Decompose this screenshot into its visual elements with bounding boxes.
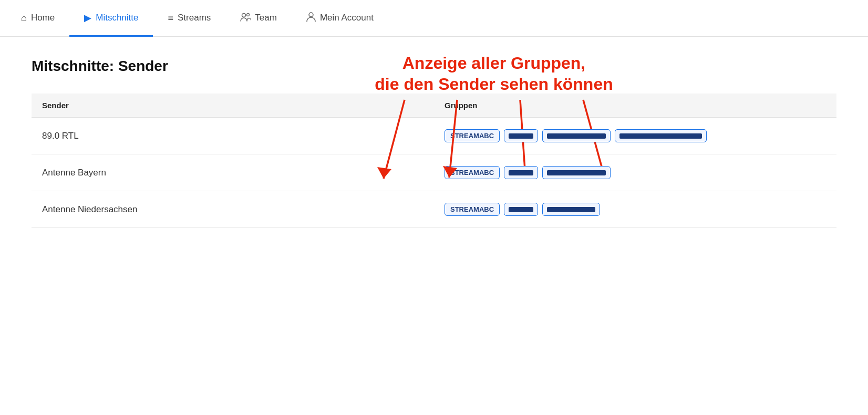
page-title: Mitschnitte: Sender <box>32 58 836 75</box>
sender-cell: Antenne Niedersachsen <box>32 191 434 228</box>
group-badges: STREAMABC <box>445 203 826 216</box>
table-row: 89.0 RTLSTREAMABC <box>32 118 836 154</box>
nav-mitschnitte-label: Mitschnitte <box>96 13 138 23</box>
nav-home[interactable]: ⌂ Home <box>21 1 69 37</box>
table-header-row: Sender Gruppen <box>32 94 836 118</box>
gruppen-cell: STREAMABC <box>434 191 836 228</box>
nav-team-label: Team <box>255 13 277 23</box>
group-badge-redacted-7[interactable] <box>542 203 600 216</box>
sender-cell: Antenne Bayern <box>32 154 434 191</box>
nav-home-label: Home <box>31 13 55 23</box>
svg-point-2 <box>309 13 313 17</box>
play-icon: ▶ <box>84 12 91 24</box>
home-icon: ⌂ <box>21 13 27 24</box>
group-badge-streamabc-3[interactable]: STREAMABC <box>445 203 500 216</box>
group-badge-redacted-4[interactable] <box>504 166 538 179</box>
group-badges: STREAMABC <box>445 129 826 142</box>
account-icon <box>306 12 316 25</box>
nav-streams-label: Streams <box>178 13 211 23</box>
sender-table: Sender Gruppen 89.0 RTLSTREAMABC Antenne… <box>32 94 836 228</box>
group-badges: STREAMABC <box>445 166 826 179</box>
col-gruppen-header: Gruppen <box>434 94 836 118</box>
nav-team[interactable]: Team <box>225 1 292 37</box>
nav-streams[interactable]: ≡ Streams <box>153 1 225 37</box>
nav-mein-account[interactable]: Mein Account <box>292 1 388 37</box>
group-badge-redacted-6[interactable] <box>504 203 538 216</box>
team-icon <box>240 12 251 24</box>
nav-mein-account-label: Mein Account <box>320 13 374 23</box>
main-content: Mitschnitte: Sender Anzeige aller Gruppe… <box>0 37 868 249</box>
gruppen-cell: STREAMABC <box>434 154 836 191</box>
col-sender-header: Sender <box>32 94 434 118</box>
gruppen-cell: STREAMABC <box>434 118 836 154</box>
table-row: Antenne BayernSTREAMABC <box>32 154 836 191</box>
streams-icon: ≡ <box>168 13 173 24</box>
group-badge-streamabc-1[interactable]: STREAMABC <box>445 129 500 142</box>
sender-cell: 89.0 RTL <box>32 118 434 154</box>
main-nav: ⌂ Home ▶ Mitschnitte ≡ Streams Team Mein… <box>0 0 868 37</box>
group-badge-streamabc-2[interactable]: STREAMABC <box>445 166 500 179</box>
svg-point-1 <box>247 13 250 16</box>
group-badge-redacted-1[interactable] <box>504 129 538 142</box>
nav-mitschnitte[interactable]: ▶ Mitschnitte <box>69 1 153 37</box>
group-badge-redacted-2[interactable] <box>542 129 611 142</box>
group-badge-redacted-5[interactable] <box>542 166 611 179</box>
table-row: Antenne NiedersachsenSTREAMABC <box>32 191 836 228</box>
svg-point-0 <box>242 13 246 17</box>
group-badge-redacted-3[interactable] <box>615 129 707 142</box>
